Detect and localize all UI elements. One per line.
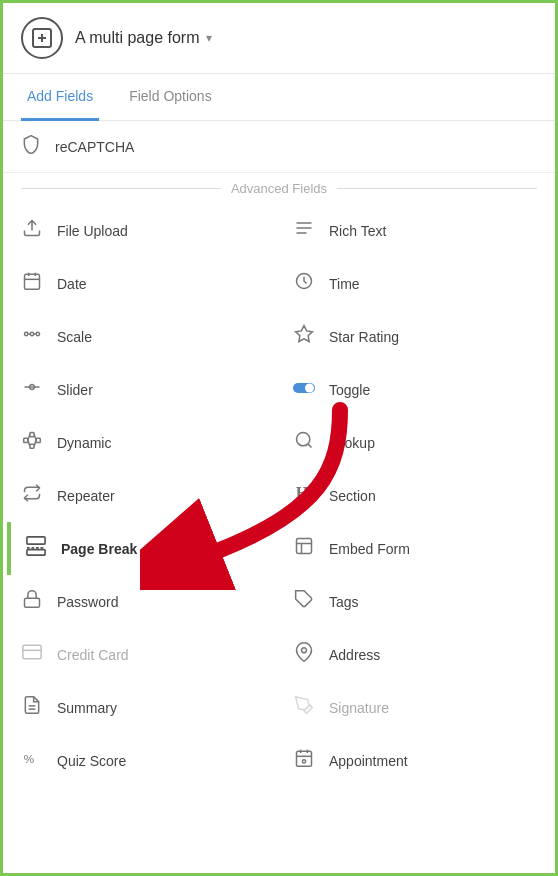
svg-point-27 xyxy=(297,433,310,446)
svg-marker-14 xyxy=(296,326,313,342)
svg-point-40 xyxy=(302,648,307,653)
svg-point-48 xyxy=(302,760,305,763)
field-section-label: Section xyxy=(329,488,376,504)
svg-point-18 xyxy=(305,384,314,393)
svg-line-28 xyxy=(308,444,312,448)
field-summary[interactable]: Summary xyxy=(7,681,279,734)
field-star-rating-label: Star Rating xyxy=(329,329,399,345)
app-header: A multi page form ▾ xyxy=(3,3,555,74)
field-page-break[interactable]: Page Break xyxy=(7,522,279,575)
advanced-fields-label: Advanced Fields xyxy=(231,181,327,196)
advanced-fields-divider: Advanced Fields xyxy=(3,173,555,204)
svg-point-11 xyxy=(36,332,39,335)
upload-icon xyxy=(21,218,43,243)
svg-point-9 xyxy=(25,332,28,335)
svg-rect-38 xyxy=(23,645,41,658)
tab-add-fields[interactable]: Add Fields xyxy=(21,74,99,121)
recaptcha-row[interactable]: reCAPTCHA xyxy=(3,121,555,173)
divider-line-right xyxy=(337,188,537,189)
scale-icon xyxy=(21,324,43,349)
divider-line-left xyxy=(21,188,221,189)
field-password[interactable]: Password xyxy=(7,575,279,628)
field-scale[interactable]: Scale xyxy=(7,310,279,363)
field-date[interactable]: Date xyxy=(7,257,279,310)
credit-card-icon xyxy=(21,642,43,667)
field-lookup-label: Lookup xyxy=(329,435,375,451)
section-icon: H xyxy=(293,483,315,508)
field-address-label: Address xyxy=(329,647,380,663)
svg-rect-30 xyxy=(27,537,45,544)
svg-line-24 xyxy=(34,435,36,440)
dynamic-icon xyxy=(21,430,43,455)
main-tabs: Add Fields Field Options xyxy=(3,74,555,121)
svg-line-25 xyxy=(34,440,36,446)
tags-icon xyxy=(293,589,315,614)
svg-text:%: % xyxy=(24,752,34,765)
field-lookup[interactable]: Lookup xyxy=(279,416,551,469)
field-rich-text-label: Rich Text xyxy=(329,223,386,239)
fields-grid: File Upload Rich Text Date Time xyxy=(3,204,555,787)
svg-rect-33 xyxy=(297,539,312,554)
field-signature: Signature xyxy=(279,681,551,734)
field-rich-text[interactable]: Rich Text xyxy=(279,204,551,257)
field-scale-label: Scale xyxy=(57,329,92,345)
tab-field-options[interactable]: Field Options xyxy=(123,74,217,121)
appointment-icon xyxy=(293,748,315,773)
svg-rect-4 xyxy=(25,274,40,289)
field-repeater[interactable]: Repeater xyxy=(7,469,279,522)
field-section[interactable]: H Section xyxy=(279,469,551,522)
field-password-label: Password xyxy=(57,594,118,610)
star-icon xyxy=(293,324,315,349)
field-time[interactable]: Time xyxy=(279,257,551,310)
svg-line-26 xyxy=(28,440,30,446)
svg-text:H: H xyxy=(296,483,309,502)
field-toggle[interactable]: Toggle xyxy=(279,363,551,416)
field-slider[interactable]: Slider xyxy=(7,363,279,416)
field-file-upload[interactable]: File Upload xyxy=(7,204,279,257)
svg-rect-32 xyxy=(27,550,45,555)
app-logo xyxy=(21,17,63,59)
field-credit-card: Credit Card xyxy=(7,628,279,681)
slider-icon xyxy=(21,377,43,402)
svg-rect-36 xyxy=(25,598,40,607)
field-slider-label: Slider xyxy=(57,382,93,398)
field-date-label: Date xyxy=(57,276,87,292)
calendar-icon xyxy=(21,271,43,296)
toggle-icon xyxy=(293,379,315,400)
field-signature-label: Signature xyxy=(329,700,389,716)
signature-icon xyxy=(293,695,315,720)
field-appointment[interactable]: Appointment xyxy=(279,734,551,787)
rich-text-icon xyxy=(293,218,315,243)
field-dynamic[interactable]: Dynamic xyxy=(7,416,279,469)
field-time-label: Time xyxy=(329,276,360,292)
repeater-icon xyxy=(21,483,43,508)
field-summary-label: Summary xyxy=(57,700,117,716)
field-embed-form[interactable]: Embed Form xyxy=(279,522,551,575)
quiz-score-icon: % xyxy=(21,748,43,773)
svg-rect-20 xyxy=(30,433,34,437)
field-address[interactable]: Address xyxy=(279,628,551,681)
password-icon xyxy=(21,589,43,614)
lookup-icon xyxy=(293,430,315,455)
svg-rect-44 xyxy=(297,751,312,766)
form-title[interactable]: A multi page form ▾ xyxy=(75,29,212,47)
field-page-break-label: Page Break xyxy=(61,541,137,557)
svg-rect-22 xyxy=(30,444,34,448)
field-quiz-score-label: Quiz Score xyxy=(57,753,126,769)
clock-icon xyxy=(293,271,315,296)
summary-icon xyxy=(21,695,43,720)
title-caret-icon: ▾ xyxy=(206,31,212,45)
field-credit-card-label: Credit Card xyxy=(57,647,129,663)
svg-line-23 xyxy=(28,435,30,440)
shield-icon xyxy=(21,134,41,159)
field-toggle-label: Toggle xyxy=(329,382,370,398)
field-appointment-label: Appointment xyxy=(329,753,408,769)
field-star-rating[interactable]: Star Rating xyxy=(279,310,551,363)
page-break-icon xyxy=(25,536,47,561)
field-tags[interactable]: Tags xyxy=(279,575,551,628)
embed-form-icon xyxy=(293,536,315,561)
svg-point-10 xyxy=(30,332,33,335)
field-embed-form-label: Embed Form xyxy=(329,541,410,557)
field-tags-label: Tags xyxy=(329,594,359,610)
field-quiz-score[interactable]: % Quiz Score xyxy=(7,734,279,787)
